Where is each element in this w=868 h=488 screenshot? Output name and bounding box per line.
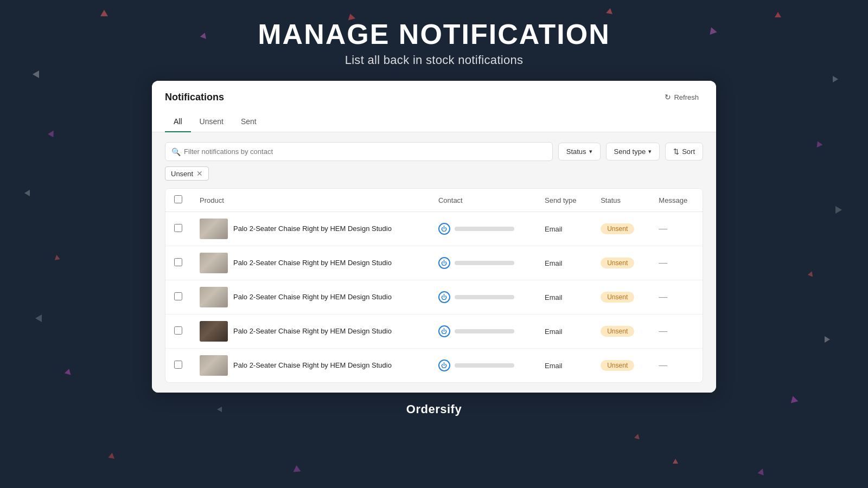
tab-sent[interactable]: Sent	[232, 112, 265, 132]
row-product-cell: Palo 2-Seater Chaise Right by HEM Design…	[191, 246, 430, 280]
row-checkbox-0[interactable]	[174, 224, 182, 232]
tabs-container: All Unsent Sent	[165, 111, 703, 132]
contact-bar	[455, 295, 514, 299]
row-message-cell: —	[650, 314, 703, 349]
product-img-visual	[200, 355, 228, 376]
row-status-cell: Unsent	[592, 280, 650, 314]
page-header: MANAGE NOTIFICATION List all back in sto…	[0, 0, 868, 81]
row-status-cell: Unsent	[592, 246, 650, 280]
sort-button[interactable]: ⇅ Sort	[665, 143, 703, 160]
row-send-type-cell: Email	[536, 212, 592, 246]
product-name: Palo 2-Seater Chaise Right by HEM Design…	[233, 361, 392, 370]
row-checkbox-cell	[165, 314, 191, 349]
row-status-cell: Unsent	[592, 212, 650, 246]
row-status-cell: Unsent	[592, 314, 650, 349]
row-checkbox-cell	[165, 349, 191, 383]
search-input[interactable]	[165, 142, 553, 161]
table-row: Palo 2-Seater Chaise Right by HEM Design…	[165, 246, 703, 280]
table-header-row: Product Contact Send type Status Message	[165, 189, 703, 212]
product-img-visual	[200, 287, 228, 307]
row-checkbox-cell	[165, 280, 191, 314]
product-cell-inner: Palo 2-Seater Chaise Right by HEM Design…	[200, 253, 421, 273]
search-icon: 🔍	[171, 147, 181, 156]
status-badge: Unsent	[601, 292, 634, 303]
product-name: Palo 2-Seater Chaise Right by HEM Design…	[233, 224, 392, 234]
refresh-button[interactable]: ↻ Refresh	[660, 91, 703, 104]
tab-all[interactable]: All	[165, 112, 191, 132]
row-product-cell: Palo 2-Seater Chaise Right by HEM Design…	[191, 212, 430, 246]
card-content: 🔍 Status ▾ Send type ▾ ⇅ Sort Unsent ✕	[152, 132, 716, 393]
status-filter-label: Status	[566, 147, 586, 156]
filter-tags: Unsent ✕	[165, 166, 703, 181]
page-subtitle: List all back in stock notifications	[0, 53, 868, 67]
row-message-cell: —	[650, 280, 703, 314]
refresh-icon: ↻	[665, 93, 671, 101]
header-contact: Contact	[430, 189, 536, 212]
power-icon: ⏻	[438, 291, 450, 303]
tab-unsent[interactable]: Unsent	[191, 112, 232, 132]
row-checkbox-1[interactable]	[174, 258, 182, 266]
row-message-cell: —	[650, 246, 703, 280]
table-row: Palo 2-Seater Chaise Right by HEM Design…	[165, 212, 703, 246]
filter-tag-close-icon[interactable]: ✕	[196, 169, 203, 178]
contact-cell-inner: ⏻	[438, 325, 527, 337]
card-title: Notifications	[165, 92, 224, 103]
status-filter-button[interactable]: Status ▾	[558, 143, 601, 160]
row-checkbox-4[interactable]	[174, 361, 182, 369]
product-thumbnail	[200, 253, 228, 273]
row-status-cell: Unsent	[592, 349, 650, 383]
product-thumbnail	[200, 355, 228, 376]
contact-bar	[455, 363, 514, 368]
row-send-type-cell: Email	[536, 314, 592, 349]
row-send-type-cell: Email	[536, 349, 592, 383]
table-row: Palo 2-Seater Chaise Right by HEM Design…	[165, 280, 703, 314]
contact-cell-inner: ⏻	[438, 291, 527, 303]
product-cell-inner: Palo 2-Seater Chaise Right by HEM Design…	[200, 355, 421, 376]
contact-bar	[455, 329, 514, 333]
sort-label: Sort	[682, 147, 695, 156]
row-message-cell: —	[650, 212, 703, 246]
row-contact-cell: ⏻	[430, 246, 536, 280]
row-send-type-cell: Email	[536, 280, 592, 314]
card-title-row: Notifications ↻ Refresh	[165, 91, 703, 111]
row-send-type-cell: Email	[536, 246, 592, 280]
send-type-filter-label: Send type	[614, 147, 646, 156]
row-product-cell: Palo 2-Seater Chaise Right by HEM Design…	[191, 280, 430, 314]
contact-cell-inner: ⏻	[438, 257, 527, 269]
product-thumbnail	[200, 321, 228, 342]
product-name: Palo 2-Seater Chaise Right by HEM Design…	[233, 326, 392, 336]
card-header: Notifications ↻ Refresh All Unsent Sent	[152, 81, 716, 132]
unsent-filter-tag[interactable]: Unsent ✕	[165, 166, 209, 181]
status-badge: Unsent	[601, 360, 634, 371]
row-checkbox-2[interactable]	[174, 292, 182, 300]
product-name: Palo 2-Seater Chaise Right by HEM Design…	[233, 292, 392, 302]
send-type-filter-button[interactable]: Send type ▾	[606, 143, 660, 160]
row-contact-cell: ⏻	[430, 349, 536, 383]
select-all-checkbox[interactable]	[174, 195, 182, 203]
send-type-chevron-icon: ▾	[648, 148, 652, 155]
row-checkbox-3[interactable]	[174, 326, 182, 335]
refresh-label: Refresh	[674, 93, 699, 101]
product-cell-inner: Palo 2-Seater Chaise Right by HEM Design…	[200, 287, 421, 307]
row-contact-cell: ⏻	[430, 212, 536, 246]
contact-cell-inner: ⏻	[438, 223, 527, 235]
row-product-cell: Palo 2-Seater Chaise Right by HEM Design…	[191, 349, 430, 383]
table-row: Palo 2-Seater Chaise Right by HEM Design…	[165, 314, 703, 349]
row-contact-cell: ⏻	[430, 314, 536, 349]
search-wrapper: 🔍	[165, 142, 553, 161]
product-img-visual	[200, 321, 228, 342]
filter-row: 🔍 Status ▾ Send type ▾ ⇅ Sort	[165, 142, 703, 161]
notifications-table: Product Contact Send type Status Message	[165, 188, 703, 383]
row-product-cell: Palo 2-Seater Chaise Right by HEM Design…	[191, 314, 430, 349]
footer-brand: Ordersify	[0, 393, 868, 422]
page-title: MANAGE NOTIFICATION	[0, 19, 868, 50]
row-checkbox-cell	[165, 212, 191, 246]
contact-cell-inner: ⏻	[438, 359, 527, 371]
product-img-visual	[200, 253, 228, 273]
status-badge: Unsent	[601, 223, 634, 234]
product-img-visual	[200, 219, 228, 239]
brand-name: Ordersify	[406, 402, 462, 416]
status-chevron-icon: ▾	[589, 148, 592, 155]
header-status: Status	[592, 189, 650, 212]
notifications-card: Notifications ↻ Refresh All Unsent Sent …	[152, 81, 716, 393]
